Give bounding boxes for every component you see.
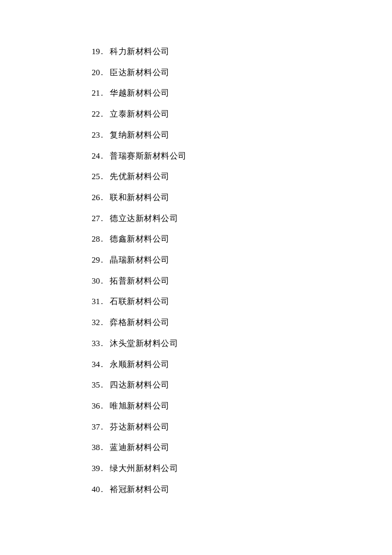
list-item-dot: . [101,83,103,104]
list-item: 30.拓普新材料公司 [81,271,392,292]
list-item-dot: . [101,166,103,187]
list-item: 26.联和新材料公司 [81,187,392,208]
list-item-number: 38 [81,437,100,458]
list-item-number: 33 [81,333,100,354]
list-item-dot: . [101,291,103,312]
list-item-number: 40 [81,479,100,500]
list-item-text: 裕冠新材料公司 [110,479,170,500]
list-item-dot: . [101,375,103,396]
list-item: 38.蓝迪新材料公司 [81,437,392,458]
list-item-text: 科力新材料公司 [110,41,170,62]
list-item-text: 唯旭新材料公司 [110,396,170,417]
list-item-dot: . [101,458,103,479]
list-item-dot: . [101,146,103,167]
list-item: 28.德鑫新材料公司 [81,229,392,250]
list-item-text: 德鑫新材料公司 [110,229,170,250]
list-item-text: 绿大州新材料公司 [110,458,178,479]
list-item-number: 20 [81,62,100,83]
list-item-text: 芬达新材料公司 [110,417,170,438]
list-item-dot: . [101,187,103,208]
list-item: 34.永顺新材料公司 [81,354,392,375]
list-item-number: 30 [81,271,100,292]
list-item-dot: . [101,104,103,125]
list-item-dot: . [101,250,103,271]
list-item: 21.华越新材料公司 [81,83,392,104]
list-item-text: 先优新材料公司 [110,166,170,187]
list-item-text: 晶瑞新材料公司 [110,250,170,271]
list-item-text: 德立达新材料公司 [110,208,178,229]
list-item-number: 29 [81,250,100,271]
list-item-number: 34 [81,354,100,375]
list-item-text: 拓普新材料公司 [110,271,170,292]
list-item-number: 22 [81,104,100,125]
list-item-dot: . [101,479,103,500]
list-item: 27.德立达新材料公司 [81,208,392,229]
list-item-dot: . [101,271,103,292]
list-item-number: 26 [81,187,100,208]
list-item-dot: . [101,41,103,62]
list-item-number: 37 [81,417,100,438]
list-item-number: 32 [81,312,100,333]
list-item-text: 复纳新材料公司 [110,125,170,146]
list-item-number: 21 [81,83,100,104]
list-item: 23.复纳新材料公司 [81,125,392,146]
list-item-text: 四达新材料公司 [110,375,170,396]
list-item: 29.晶瑞新材料公司 [81,250,392,271]
list-item-text: 立泰新材料公司 [110,104,170,125]
list-item: 32.弈格新材料公司 [81,312,392,333]
list-item-number: 24 [81,146,100,167]
list-item-dot: . [101,229,103,250]
list-item: 31.石联新材料公司 [81,291,392,312]
list-item-dot: . [101,437,103,458]
list-item: 39.绿大州新材料公司 [81,458,392,479]
list-item-dot: . [101,62,103,83]
list-item: 24.普瑞赛斯新材料公司 [81,146,392,167]
list-item: 33.沐头堂新材料公司 [81,333,392,354]
list-item-text: 蓝迪新材料公司 [110,437,170,458]
numbered-list: 19.科力新材料公司20.臣达新材料公司21.华越新材料公司22.立泰新材料公司… [81,41,392,500]
list-item: 19.科力新材料公司 [81,41,392,62]
list-item: 35.四达新材料公司 [81,375,392,396]
list-item-dot: . [101,125,103,146]
list-item-text: 弈格新材料公司 [110,312,170,333]
list-item-text: 华越新材料公司 [110,83,170,104]
list-item-text: 石联新材料公司 [110,291,170,312]
list-item-text: 普瑞赛斯新材料公司 [110,146,187,167]
list-item: 40.裕冠新材料公司 [81,479,392,500]
list-item: 22.立泰新材料公司 [81,104,392,125]
list-item-text: 永顺新材料公司 [110,354,170,375]
list-item-number: 31 [81,291,100,312]
list-item-number: 19 [81,41,100,62]
list-item: 36.唯旭新材料公司 [81,396,392,417]
list-item-number: 36 [81,396,100,417]
list-item-dot: . [101,354,103,375]
list-item: 20.臣达新材料公司 [81,62,392,83]
list-item-dot: . [101,396,103,417]
list-item-text: 臣达新材料公司 [110,62,170,83]
list-item-number: 23 [81,125,100,146]
list-item-dot: . [101,208,103,229]
list-item-number: 28 [81,229,100,250]
list-item: 25.先优新材料公司 [81,166,392,187]
list-item-dot: . [101,417,103,438]
list-item-number: 27 [81,208,100,229]
list-item-number: 35 [81,375,100,396]
list-item-text: 联和新材料公司 [110,187,170,208]
list-item-dot: . [101,333,103,354]
list-item-number: 25 [81,166,100,187]
list-item-dot: . [101,312,103,333]
list-item-number: 39 [81,458,100,479]
list-item: 37.芬达新材料公司 [81,417,392,438]
list-item-text: 沐头堂新材料公司 [110,333,178,354]
